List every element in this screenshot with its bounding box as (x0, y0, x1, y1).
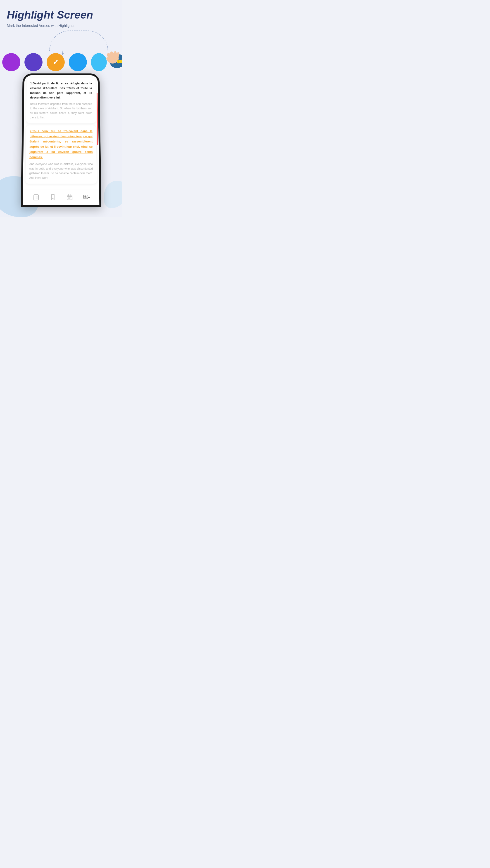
header-section: Highlight Screen Mark the Interested Ver… (0, 0, 122, 31)
verse-1-french: 1.David partit de là, et se réfugia dans… (30, 81, 92, 100)
phone-container: 1.David partit de là, et se réfugia dans… (0, 73, 122, 209)
bottom-navigation (23, 189, 99, 205)
calendar-icon[interactable] (65, 192, 74, 202)
color-circle-purple-bright[interactable] (2, 53, 20, 71)
verse-1-card: 1.David partit de là, et se réfugia dans… (26, 78, 96, 123)
svg-point-24 (69, 197, 70, 198)
book-icon[interactable] (31, 192, 41, 202)
verse-1-english: David therefore departed from there and … (30, 102, 92, 120)
verse-2-french-highlighted: 2.Tous ceux qui se trouvaient dans la dé… (29, 129, 93, 160)
page-container: Highlight Screen Mark the Interested Ver… (0, 0, 122, 217)
svg-point-26 (68, 198, 68, 199)
svg-rect-28 (84, 195, 88, 199)
svg-point-27 (69, 198, 70, 199)
page-title: Highlight Screen (7, 9, 115, 21)
image-edit-icon[interactable] (81, 192, 91, 202)
color-circle-blue-bright[interactable] (69, 53, 87, 71)
svg-point-23 (68, 197, 68, 198)
verse-2-english: And everyone who was in distress, everyo… (29, 162, 93, 180)
selected-checkmark: ✓ (53, 58, 59, 67)
dashed-arc (49, 31, 108, 51)
phone-mockup: 1.David partit de là, et se réfugia dans… (21, 73, 102, 207)
hand-marker-illustration (101, 49, 122, 71)
circles-row: ✓ (0, 53, 122, 71)
color-selector-area: ✓ (0, 31, 122, 71)
color-circle-purple-dark[interactable] (24, 53, 42, 71)
svg-point-29 (85, 196, 86, 197)
svg-rect-14 (33, 195, 38, 200)
phone-screen: 1.David partit de là, et se réfugia dans… (23, 75, 99, 189)
color-circle-orange[interactable]: ✓ (47, 53, 65, 71)
verse-2-card: 2.Tous ceux qui se trouvaient dans la dé… (25, 125, 97, 184)
bookmark-icon[interactable] (48, 192, 57, 202)
svg-point-25 (70, 197, 71, 198)
page-subtitle: Mark the Interested Verses with Highligh… (7, 23, 115, 28)
phone-scrollbar[interactable] (96, 93, 98, 145)
